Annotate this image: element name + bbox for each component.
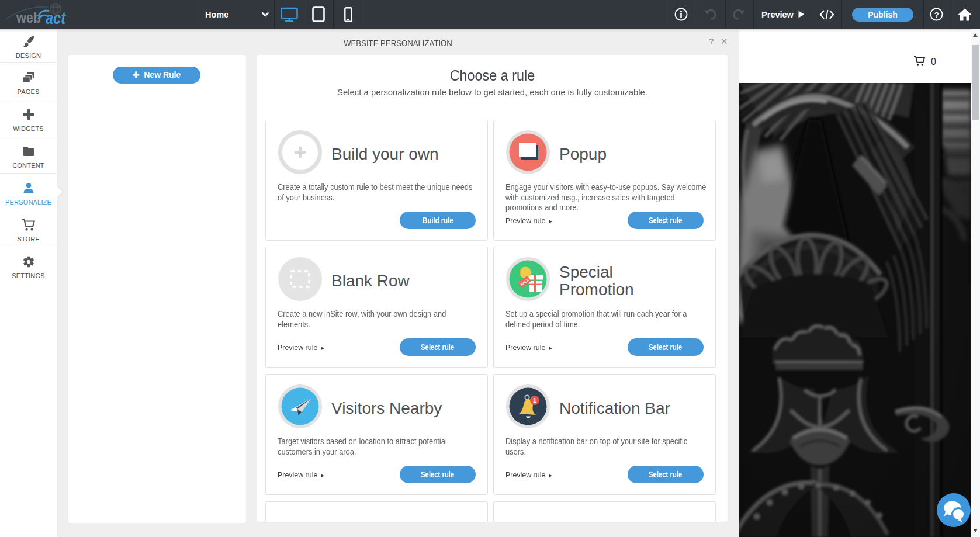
svg-text:1: 1 [533,397,536,404]
svg-text:act: act [46,9,66,27]
svg-text:?: ? [934,11,939,19]
svg-text:web: web [16,9,41,26]
